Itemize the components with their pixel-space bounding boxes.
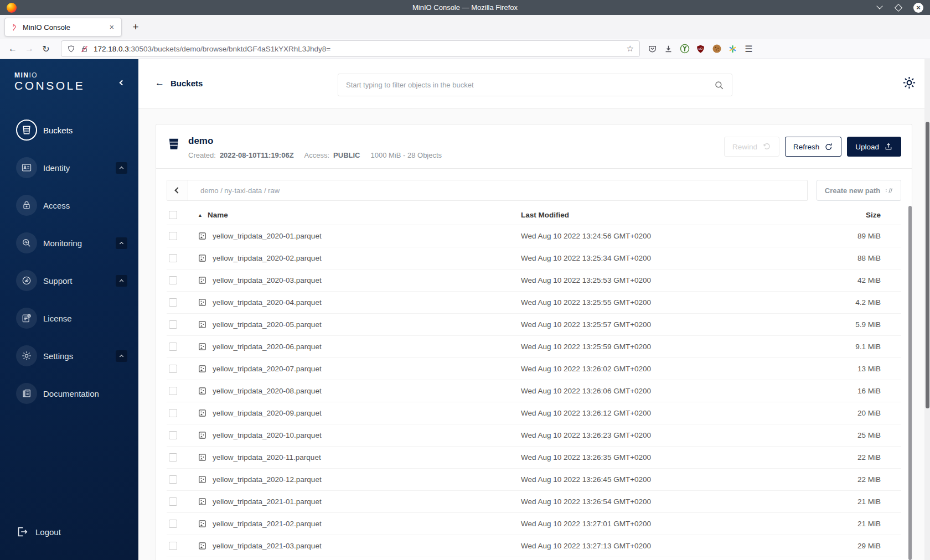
sidebar-item-monitoring[interactable]: Monitoring — [0, 224, 138, 262]
object-name: yellow_tripdata_2021-01.parquet — [213, 497, 322, 506]
bookmark-star-icon[interactable]: ☆ — [627, 44, 634, 54]
object-size: 21 MiB — [800, 520, 881, 528]
row-checkbox-cell — [167, 298, 198, 307]
path-back-button[interactable] — [167, 180, 188, 200]
sidebar-item-documentation[interactable]: Documentation — [0, 375, 138, 412]
reload-button[interactable]: ↻ — [38, 41, 54, 56]
refresh-button[interactable]: Refresh — [785, 137, 841, 157]
pocket-icon[interactable] — [644, 41, 660, 56]
back-to-buckets-link[interactable]: ← Buckets — [155, 77, 203, 89]
row-checkbox[interactable] — [169, 475, 177, 484]
browser-toolbar: ← → ↻ 172.18.0.3:30503/buckets/demo/brow… — [0, 39, 930, 59]
row-checkbox[interactable] — [169, 497, 177, 506]
support-collapse-icon[interactable] — [116, 275, 127, 287]
row-checkbox[interactable] — [169, 232, 177, 240]
sidebar-item-settings[interactable]: Settings — [0, 337, 138, 375]
monitoring-collapse-icon[interactable] — [116, 237, 127, 249]
sidebar-collapse-icon[interactable] — [118, 75, 126, 89]
forward-button[interactable]: → — [21, 41, 38, 56]
content-area: demo Created: 2022-08-10T11:19:06Z Acces… — [138, 108, 930, 560]
select-all-checkbox[interactable] — [169, 211, 177, 219]
create-new-path-button[interactable]: Create new path — [817, 180, 901, 201]
row-checkbox[interactable] — [169, 298, 177, 307]
row-checkbox[interactable] — [169, 276, 177, 284]
row-checkbox[interactable] — [169, 409, 177, 417]
tab-minio-console[interactable]: MinIO Console × — [4, 18, 122, 37]
sidebar-item-license[interactable]: License — [0, 299, 138, 337]
object-name: yellow_tripdata_2020-05.parquet — [213, 320, 322, 329]
table-row[interactable]: yellow_tripdata_2020-11.parquet Wed Aug … — [167, 447, 901, 469]
identity-icon — [16, 157, 37, 178]
row-checkbox[interactable] — [169, 365, 177, 373]
row-checkbox[interactable] — [169, 542, 177, 550]
object-name: yellow_tripdata_2020-08.parquet — [213, 387, 322, 395]
url-bar[interactable]: 172.18.0.3:30503/buckets/demo/browse/bnk… — [61, 40, 640, 57]
row-checkbox[interactable] — [169, 387, 177, 395]
table-row[interactable]: yellow_tripdata_2020-04.parquet Wed Aug … — [167, 292, 901, 314]
cookie-extension-icon[interactable] — [709, 41, 725, 56]
sidebar-item-identity[interactable]: Identity — [0, 149, 138, 186]
privacy-badger-icon[interactable] — [676, 41, 693, 56]
back-button[interactable]: ← — [4, 41, 21, 56]
browser-scrollbar-track[interactable] — [924, 59, 930, 560]
name-column-header[interactable]: ▲ Name — [198, 211, 521, 219]
table-row[interactable]: yellow_tripdata_2020-08.parquet Wed Aug … — [167, 380, 901, 402]
table-row[interactable]: yellow_tripdata_2020-06.parquet Wed Aug … — [167, 336, 901, 358]
object-name: yellow_tripdata_2020-12.parquet — [213, 475, 322, 484]
browser-scrollbar-thumb[interactable] — [926, 122, 929, 408]
table-row[interactable]: yellow_tripdata_2021-03.parquet Wed Aug … — [167, 535, 901, 557]
search-input[interactable] — [346, 81, 714, 89]
size-column-header[interactable]: Size — [800, 211, 881, 219]
settings-gear-icon[interactable] — [902, 75, 917, 90]
object-name: yellow_tripdata_2021-02.parquet — [213, 520, 322, 528]
row-checkbox-cell — [167, 320, 198, 329]
table-header-row: ▲ Name Last Modified Size — [167, 205, 901, 225]
object-file-icon — [198, 298, 207, 307]
menu-hamburger-icon[interactable]: ☰ — [741, 41, 757, 56]
asterisk-extension-icon[interactable] — [725, 41, 741, 56]
table-row[interactable]: yellow_tripdata_2020-02.parquet Wed Aug … — [167, 247, 901, 269]
table-row[interactable]: yellow_tripdata_2020-03.parquet Wed Aug … — [167, 269, 901, 292]
license-icon — [16, 308, 37, 329]
modified-column-header[interactable]: Last Modified — [521, 211, 800, 219]
row-checkbox[interactable] — [169, 254, 177, 262]
insecure-lock-icon[interactable] — [80, 45, 89, 53]
row-checkbox[interactable] — [169, 431, 177, 439]
table-row[interactable]: yellow_tripdata_2020-07.parquet Wed Aug … — [167, 358, 901, 380]
table-row[interactable]: yellow_tripdata_2020-01.parquet Wed Aug … — [167, 225, 901, 247]
window-minimize-icon[interactable] — [876, 5, 884, 11]
sidebar-item-access[interactable]: Access — [0, 186, 138, 224]
app-scrollbar-thumb[interactable] — [908, 206, 912, 560]
window-close-icon[interactable]: × — [913, 3, 923, 13]
table-row[interactable]: yellow_tripdata_2020-09.parquet Wed Aug … — [167, 402, 901, 424]
upload-button[interactable]: Upload — [847, 137, 901, 157]
table-row[interactable]: yellow_tripdata_2021-02.parquet Wed Aug … — [167, 513, 901, 535]
row-checkbox[interactable] — [169, 343, 177, 351]
sidebar-item-buckets[interactable]: Buckets — [0, 111, 138, 149]
ublock-icon[interactable]: uO — [693, 41, 709, 56]
breadcrumb[interactable]: demo / ny-taxi-data / raw — [188, 180, 280, 200]
tab-close-icon[interactable]: × — [107, 22, 116, 32]
row-checkbox[interactable] — [169, 453, 177, 462]
table-row[interactable]: yellow_tripdata_2020-05.parquet Wed Aug … — [167, 314, 901, 336]
downloads-icon[interactable] — [660, 41, 676, 56]
settings-collapse-icon[interactable] — [116, 350, 127, 362]
tracking-shield-icon[interactable] — [67, 45, 75, 53]
sidebar-item-support[interactable]: Support — [0, 262, 138, 299]
support-icon — [16, 270, 37, 291]
row-checkbox[interactable] — [169, 520, 177, 528]
objects-table: ▲ Name Last Modified Size yellow_tripdat… — [167, 205, 901, 557]
sort-ascending-icon: ▲ — [198, 212, 203, 218]
identity-collapse-icon[interactable] — [116, 162, 127, 174]
window-maximize-icon[interactable] — [895, 3, 902, 11]
table-row[interactable]: yellow_tripdata_2021-01.parquet Wed Aug … — [167, 491, 901, 513]
sidebar-item-logout[interactable]: Logout — [0, 519, 138, 545]
row-checkbox[interactable] — [169, 320, 177, 329]
main-panel: ← Buckets demo — [138, 59, 930, 560]
object-file-icon — [198, 497, 207, 506]
table-row[interactable]: yellow_tripdata_2020-10.parquet Wed Aug … — [167, 424, 901, 447]
new-tab-button[interactable]: + — [127, 19, 144, 35]
rewind-button[interactable]: Rewind — [724, 137, 779, 157]
sidebar-menu: Buckets Identity Access Monitoring — [0, 111, 138, 412]
table-row[interactable]: yellow_tripdata_2020-12.parquet Wed Aug … — [167, 469, 901, 491]
